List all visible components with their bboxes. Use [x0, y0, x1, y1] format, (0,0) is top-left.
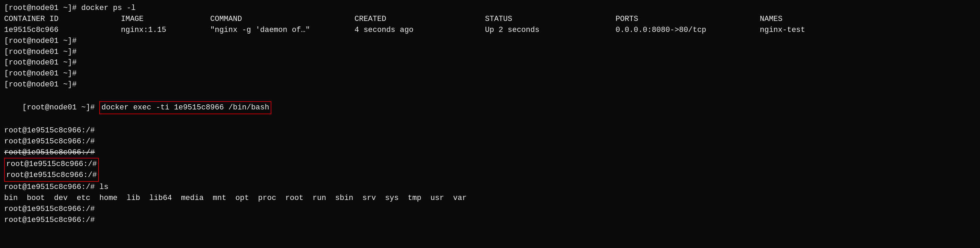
prompt-empty-5: [root@node01 ~]# — [4, 79, 976, 90]
container-prompt-1: root@1e9515c8c966:/# — [4, 125, 976, 136]
status-cell: Up 2 seconds — [485, 25, 616, 36]
ls-output-line: bin boot dev etc home lib lib64 media mn… — [4, 193, 976, 204]
table-header-row: CONTAINER ID IMAGE COMMAND CREATED STATU… — [4, 14, 976, 25]
container-prompt-highlight-2: root@1e9515c8c966:/# — [6, 170, 97, 181]
image-cell: nginx:1.15 — [80, 25, 210, 36]
col-header-image: IMAGE — [80, 14, 210, 25]
prompt-empty-1: [root@node01 ~]# — [4, 36, 976, 47]
multi-highlight-block: root@1e9515c8c966:/# root@1e9515c8c966:/… — [4, 158, 99, 182]
exec-prompt: [root@node01 ~]# — [22, 103, 99, 112]
table-data-row: 1e9515c8c966 nginx:1.15 "nginx -g 'daemo… — [4, 25, 976, 36]
prompt-empty-3: [root@node01 ~]# — [4, 57, 976, 68]
cmd-docker-ps-line: [root@node01 ~]# docker ps -l — [4, 3, 976, 14]
col-header-created: CREATED — [355, 14, 485, 25]
col-header-container-id: CONTAINER ID — [4, 14, 80, 25]
container-prompt-final-2: root@1e9515c8c966:/# — [4, 215, 976, 226]
prompt-empty-4: [root@node01 ~]# — [4, 68, 976, 79]
container-id-cell: 1e9515c8c966 — [4, 25, 80, 36]
container-prompt-strikethrough: root@1e9515c8c966:/# — [4, 147, 976, 158]
container-prompt-2: root@1e9515c8c966:/# — [4, 136, 976, 147]
exec-command-highlight: docker exec -ti 1e9515c8966 /bin/bash — [99, 101, 271, 114]
terminal-window: [root@node01 ~]# docker ps -l CONTAINER … — [4, 3, 976, 226]
names-cell: nginx-test — [760, 25, 829, 36]
command-cell: "nginx -g 'daemon of…" — [210, 25, 355, 36]
created-cell: 4 seconds ago — [355, 25, 485, 36]
col-header-names: NAMES — [760, 14, 829, 25]
ports-cell: 0.0.0.0:8080->80/tcp — [616, 25, 760, 36]
container-prompt-highlight-1: root@1e9515c8c966:/# — [6, 159, 97, 170]
exec-command-line: [root@node01 ~]# docker exec -ti 1e9515c… — [4, 90, 976, 125]
container-prompt-final-1: root@1e9515c8c966:/# — [4, 204, 976, 215]
col-header-command: COMMAND — [210, 14, 355, 25]
prompt-empty-2: [root@node01 ~]# — [4, 47, 976, 58]
col-header-status: STATUS — [485, 14, 616, 25]
col-header-ports: PORTS — [616, 14, 760, 25]
ls-command-line: root@1e9515c8c966:/# ls — [4, 182, 976, 193]
